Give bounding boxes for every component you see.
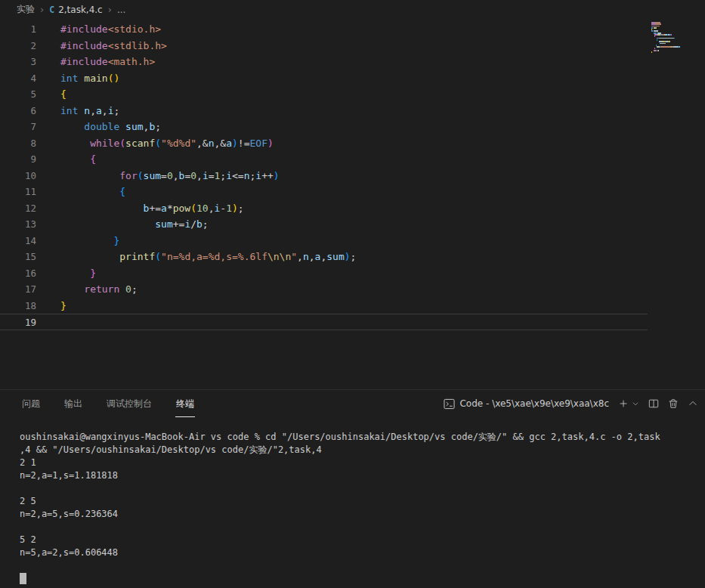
code-text: b+=a*pow(10,i-1);: [60, 200, 244, 217]
kill-terminal-button[interactable]: [668, 398, 679, 409]
line-number[interactable]: 18: [0, 298, 36, 314]
code-line-13[interactable]: 13 sum+=i/b;: [0, 216, 648, 233]
minimap-line: [651, 53, 701, 54]
breadcrumb-folder[interactable]: 实验: [17, 3, 35, 16]
code-line-1[interactable]: 1#include<stdio.h>: [0, 21, 648, 38]
panel-tab-debug-console[interactable]: 调试控制台: [106, 390, 153, 417]
code-text: #include<stdio.h>: [60, 21, 161, 38]
line-number[interactable]: 11: [0, 184, 36, 200]
line-number[interactable]: 3: [0, 54, 36, 70]
code-text: int main(): [60, 70, 119, 87]
code-text: }: [60, 298, 66, 314]
code-line-18[interactable]: 18}: [0, 298, 648, 314]
split-icon: [648, 398, 659, 409]
code-text: #include<stdlib.h>: [60, 38, 167, 54]
code-line-15[interactable]: 15 printf("n=%d,a=%d,s=%.6lf\n\n",n,a,su…: [0, 249, 648, 265]
trash-icon: [668, 398, 679, 409]
line-number[interactable]: 10: [0, 168, 36, 184]
line-number[interactable]: 13: [0, 216, 36, 233]
terminal-cursor-line: [20, 572, 705, 585]
code-text: int n,a,i;: [60, 103, 119, 119]
line-number[interactable]: 16: [0, 265, 36, 282]
line-number[interactable]: 4: [0, 70, 36, 87]
code-text: {: [60, 86, 66, 103]
maximize-panel-button[interactable]: [688, 398, 698, 409]
code-line-7[interactable]: 7 double sum,b;: [0, 119, 648, 135]
terminal-tab[interactable]: Code - \xe5\xae\x9e\xe9\xaa\x8c: [444, 398, 609, 410]
terminal-line: 2 1: [20, 456, 705, 469]
code-line-11[interactable]: 11 {: [0, 184, 648, 200]
new-terminal-group: [618, 398, 639, 409]
line-number[interactable]: 19: [0, 314, 36, 330]
terminal-line: [20, 482, 705, 495]
panel-tabs: 问题输出调试控制台终端: [21, 390, 195, 417]
terminal-line: [20, 559, 705, 572]
terminal-line: n=2,a=1,s=1.181818: [20, 469, 705, 482]
code-line-3[interactable]: 3#include<math.h>: [0, 54, 648, 70]
panel-tab-terminal[interactable]: 终端: [175, 390, 195, 417]
code-line-17[interactable]: 17 return 0;: [0, 281, 648, 298]
code-text: {: [60, 184, 125, 200]
breadcrumb: 实验 › C 2,task,4.c › ...: [0, 0, 705, 19]
plus-icon: [618, 398, 629, 409]
code-text: sum+=i/b;: [60, 216, 209, 233]
line-number[interactable]: 15: [0, 249, 36, 265]
line-number[interactable]: 8: [0, 135, 36, 152]
breadcrumb-symbol-ellipsis[interactable]: ...: [117, 5, 125, 15]
terminal-line: n=5,a=2,s=0.606448: [20, 546, 705, 559]
c-file-icon: C: [49, 5, 54, 15]
terminal-line: ,4 && "/Users/oushinsakai/Desktop/vs cod…: [20, 444, 705, 456]
line-number[interactable]: 12: [0, 200, 36, 217]
line-number[interactable]: 14: [0, 233, 36, 249]
code-line-8[interactable]: 8 while(scanf("%d%d",&n,&a)!=EOF): [0, 135, 648, 152]
minimap[interactable]: [651, 22, 701, 55]
line-number[interactable]: 9: [0, 151, 36, 168]
panel-tab-output[interactable]: 输出: [63, 390, 83, 417]
terminal-output[interactable]: oushinsakai@wangxinyus-MacBook-Air vs co…: [0, 417, 705, 585]
code-line-16[interactable]: 16 }: [0, 265, 648, 282]
code-editor[interactable]: 1#include<stdio.h>2#include<stdlib.h>3#i…: [0, 19, 705, 389]
code-line-5[interactable]: 5{: [0, 86, 648, 103]
code-text: printf("n=%d,a=%d,s=%.6lf\n\n",n,a,sum);: [60, 249, 356, 265]
panel-tab-problems[interactable]: 问题: [21, 390, 41, 417]
terminal-line: n=2,a=5,s=0.236364: [20, 508, 705, 521]
terminal-title: Code - \xe5\xae\x9e\xe9\xaa\x8c: [459, 398, 609, 409]
bottom-panel: 问题输出调试控制台终端 Code - \xe5\xae\x9e\xe9\xaa\…: [0, 389, 705, 587]
terminal-line: oushinsakai@wangxinyus-MacBook-Air vs co…: [20, 431, 705, 444]
code-line-4[interactable]: 4int main(): [0, 70, 648, 87]
code-line-12[interactable]: 12 b+=a*pow(10,i-1);: [0, 200, 648, 217]
terminal-line: [20, 521, 705, 534]
code-text: #include<math.h>: [60, 54, 155, 70]
code-text: {: [60, 151, 96, 168]
chevron-up-icon: [688, 398, 698, 409]
terminal-cursor: [20, 573, 26, 584]
breadcrumb-file[interactable]: C 2,task,4.c: [49, 5, 103, 15]
code-text: }: [60, 233, 119, 249]
chevron-right-icon: ›: [108, 4, 112, 15]
code-lines: 1#include<stdio.h>2#include<stdlib.h>3#i…: [0, 21, 705, 330]
code-text: double sum,b;: [60, 119, 161, 135]
vscode-window: 实验 › C 2,task,4.c › ... 1#include<stdio.…: [0, 0, 705, 587]
panel-header: 问题输出调试控制台终端 Code - \xe5\xae\x9e\xe9\xaa\…: [0, 390, 705, 417]
new-terminal-button[interactable]: [618, 398, 629, 409]
line-number[interactable]: 17: [0, 281, 36, 298]
terminal-icon: [444, 398, 455, 410]
line-number[interactable]: 6: [0, 103, 36, 119]
code-line-6[interactable]: 6int n,a,i;: [0, 103, 648, 119]
code-text: return 0;: [60, 281, 138, 298]
line-number[interactable]: 7: [0, 119, 36, 135]
chevron-down-icon: [632, 400, 639, 407]
terminal-launch-dropdown-button[interactable]: [632, 400, 639, 407]
code-line-2[interactable]: 2#include<stdlib.h>: [0, 38, 648, 54]
code-line-10[interactable]: 10 for(sum=0,b=0,i=1;i<=n;i++): [0, 168, 648, 184]
line-number[interactable]: 1: [0, 21, 36, 38]
line-number[interactable]: 2: [0, 38, 36, 54]
code-text: for(sum=0,b=0,i=1;i<=n;i++): [60, 168, 280, 184]
code-line-14[interactable]: 14 }: [0, 233, 648, 249]
code-line-9[interactable]: 9 {: [0, 151, 648, 168]
terminal-line: 2 5: [20, 495, 705, 508]
line-number[interactable]: 5: [0, 86, 36, 103]
split-terminal-button[interactable]: [648, 398, 659, 409]
code-line-19[interactable]: 19: [0, 314, 648, 330]
code-text: while(scanf("%d%d",&n,&a)!=EOF): [60, 135, 274, 152]
